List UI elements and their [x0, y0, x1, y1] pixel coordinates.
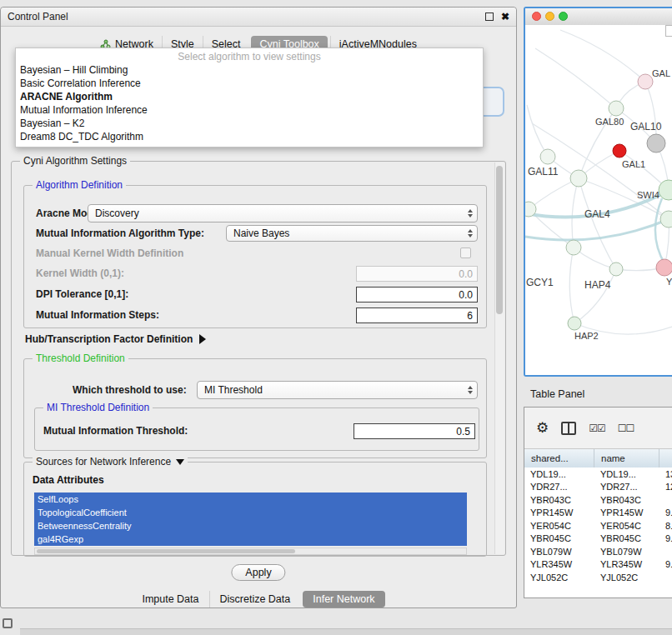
float-window-icon[interactable] [485, 12, 494, 21]
table-cell: YER054C [594, 521, 659, 531]
table-row[interactable]: YLR345WYLR345W9. [524, 558, 672, 572]
scrollbar-thumb[interactable] [496, 166, 503, 314]
network-node[interactable] [613, 144, 626, 158]
algorithm-option-bayesian-k2[interactable]: Bayesian – K2 [16, 117, 483, 130]
table-cell: YJL052C [524, 572, 594, 582]
mi-steps-field[interactable] [356, 308, 478, 323]
gear-icon[interactable]: ⚙ [536, 421, 549, 435]
node-label: GAL1 [622, 159, 645, 169]
algorithm-option-bayesian-hill-climbing[interactable]: Bayesian – Hill Climbing [16, 63, 483, 77]
attribute-item-selfloops[interactable]: SelfLoops [34, 492, 467, 506]
tab-infer-network[interactable]: Infer Network [303, 591, 384, 608]
attribute-item-topologicalcoefficient[interactable]: TopologicalCoefficient [34, 506, 467, 519]
table-row[interactable]: YBR043CYBR043C [524, 493, 672, 507]
hub-definition-label: Hub/Transcription Factor Definition [25, 333, 193, 345]
table-row[interactable]: YER054CYER054C8. [524, 519, 672, 532]
table-cell: YDR27... [594, 482, 659, 492]
aracne-mode-value: Discovery [95, 208, 139, 219]
network-canvas[interactable]: GALGAL80GAL10GAL11GAL1SWI4GAL4GCY1HAP4YH… [525, 25, 672, 375]
attribute-item-gal4rgexp[interactable]: gal4RGexp [34, 532, 467, 546]
restore-panel-icon[interactable] [3, 618, 13, 628]
network-edge [535, 48, 616, 108]
algorithm-definition-group: Algorithm Definition Aracne Mode: Discov… [23, 185, 487, 328]
table-cell: YBR045C [524, 533, 594, 543]
network-node[interactable] [647, 134, 665, 152]
table-cell: YDL19... [524, 469, 594, 479]
table-row[interactable]: YBR045CYBR045C9. [524, 532, 672, 546]
cyni-bottom-tabs: Impute DataDiscretize DataInfer Network [1, 591, 516, 608]
table-panel-window: ⚙ ☑☑ ☐☐ shared...name YDL19...YDL19...13… [524, 407, 672, 598]
column-header-name[interactable]: name [594, 449, 659, 468]
network-node[interactable] [570, 170, 587, 187]
column-header-shared[interactable]: shared... [524, 449, 594, 468]
network-node[interactable] [540, 149, 555, 164]
network-node[interactable] [525, 202, 536, 217]
kernel-width-field[interactable] [356, 266, 478, 282]
table-cell: YBR043C [594, 495, 659, 505]
table-cell: YDL19... [594, 469, 659, 479]
table-row[interactable]: YBL079WYBL079W [524, 545, 672, 558]
network-scrollbar-box[interactable] [665, 25, 672, 37]
hub-definition-toggle[interactable]: Hub/Transcription Factor Definition [25, 333, 206, 345]
minimize-traffic-light-icon[interactable] [545, 12, 554, 21]
close-icon[interactable]: ✖ [501, 12, 509, 22]
stepper-arrows-icon [468, 229, 473, 238]
node-label: Y [666, 277, 672, 287]
network-window-titlebar [525, 8, 672, 26]
table-cell: 9. [659, 533, 672, 543]
table-cell: YLR345W [594, 559, 659, 569]
network-node[interactable] [566, 240, 581, 255]
network-node[interactable] [638, 74, 653, 89]
zoom-traffic-light-icon[interactable] [559, 12, 568, 21]
columns-icon[interactable] [561, 422, 576, 435]
algorithm-option-mutual-information-inference[interactable]: Mutual Information Inference [16, 103, 483, 117]
attributes-horizontal-scrollbar [34, 548, 467, 555]
mi-threshold-group-title: MI Threshold Definition [43, 402, 153, 413]
table-row[interactable]: YJL052CYJL052C [524, 571, 672, 584]
bottom-window-edge [20, 628, 672, 635]
cyni-algorithm-settings-group: Cyni Algorithm Settings Algorithm Defini… [11, 161, 506, 556]
table-row[interactable]: YPR145WYPR145W9. [524, 507, 672, 520]
scrollbar-thumb[interactable] [37, 549, 295, 553]
data-attributes-list[interactable]: SelfLoopsTopologicalCoefficientBetweenne… [34, 492, 467, 546]
table-cell: YBL079W [524, 547, 594, 557]
node-label: SWI4 [637, 190, 659, 200]
algorithm-option-basic-correlation-inference[interactable]: Basic Correlation Inference [16, 77, 483, 90]
table-cell: YBL079W [594, 547, 659, 557]
manual-kernel-width-checkbox[interactable] [460, 248, 471, 258]
manual-kernel-width-label: Manual Kernel Width Definition [36, 246, 183, 262]
aracne-mode-dropdown[interactable]: Discovery [88, 204, 478, 222]
network-edge [569, 248, 574, 323]
dpi-tolerance-field[interactable] [356, 287, 478, 302]
attribute-item-betweennesscentrality[interactable]: BetweennessCentrality [34, 519, 467, 532]
select-all-icon[interactable]: ☑☑ [589, 423, 605, 433]
control-panel-titlebar: Control Panel ✖ [1, 8, 516, 27]
table-row[interactable]: YDL19...YDL19...13 [524, 468, 672, 481]
algorithm-option-dream8-dc-tdc-algorithm[interactable]: Dream8 DC_TDC Algorithm [16, 130, 483, 143]
titlebar-icons: ✖ [485, 12, 509, 22]
mi-threshold-label: Mutual Information Threshold: [43, 423, 188, 439]
network-node[interactable] [568, 317, 581, 330]
network-edge-highlighted [655, 198, 665, 265]
apply-button[interactable]: Apply [231, 564, 285, 581]
close-traffic-light-icon[interactable] [532, 12, 541, 21]
sources-title[interactable]: Sources for Network Inference [33, 456, 188, 468]
network-node[interactable] [609, 101, 624, 116]
network-node[interactable] [656, 259, 672, 276]
node-label: GAL80 [595, 117, 624, 127]
network-node[interactable] [609, 262, 623, 276]
deselect-all-icon[interactable]: ☐☐ [618, 423, 634, 433]
stepper-arrows-icon [468, 209, 473, 218]
mi-threshold-field[interactable] [354, 423, 475, 439]
table-row[interactable]: YDR27...YDR27...12 [524, 481, 672, 494]
table-cell: 12 [659, 482, 672, 492]
algorithm-option-aracne-algorithm[interactable]: ARACNE Algorithm [16, 90, 483, 103]
threshold-definition-group: Threshold Definition Which threshold to … [23, 358, 487, 458]
tab-discretize-data[interactable]: Discretize Data [209, 591, 301, 608]
column-header-2[interactable] [659, 449, 672, 468]
tab-impute-data[interactable]: Impute Data [132, 591, 208, 608]
mi-algorithm-type-dropdown[interactable]: Naive Bayes [226, 225, 478, 242]
which-threshold-label: Which threshold to use: [73, 381, 187, 399]
table-cell: 13 [659, 469, 672, 479]
which-threshold-dropdown[interactable]: MI Threshold [197, 381, 478, 399]
